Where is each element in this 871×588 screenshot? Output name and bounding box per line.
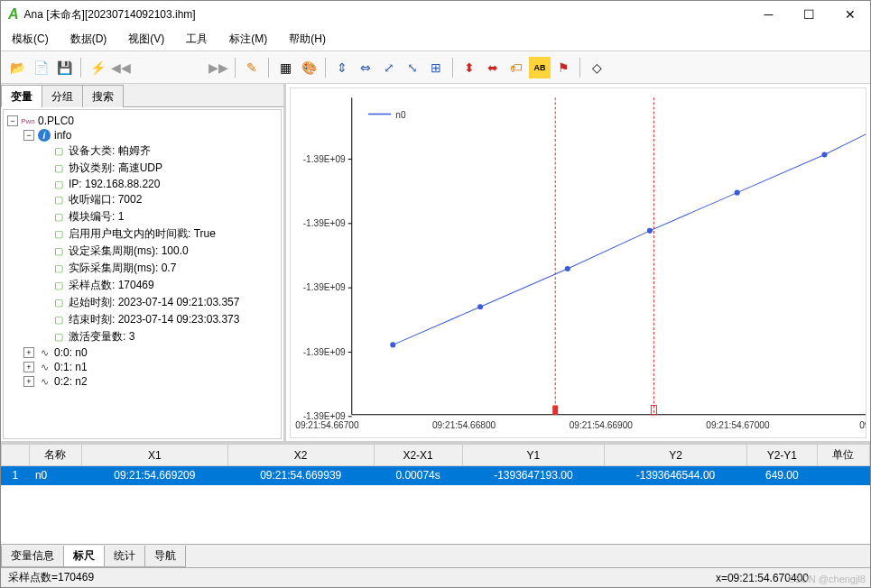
y-tick-label: -1.39E+09 [303,346,346,356]
tree-info-item[interactable]: ▢设定采集周期(ms): 100.0 [7,243,277,260]
maximize-button[interactable]: ☐ [789,1,829,28]
variable-tree[interactable]: − Pwn 0.PLC0 − i info ▢设备大类: 帕姆齐▢协议类别: 高… [3,109,282,439]
tree-info-item[interactable]: ▢采样点数: 170469 [7,277,277,294]
tree-info-item[interactable]: ▢收听端口: 7002 [7,191,277,208]
doc-icon: ▢ [52,314,65,326]
legend-label: n0 [395,110,406,120]
doc-icon: ▢ [52,228,65,241]
menu-tools[interactable]: 工具 [182,30,211,49]
tree-item-label: 设定采集周期(ms): 100.0 [69,243,189,259]
tree-item-label: 模块编号: 1 [69,209,124,225]
menu-template[interactable]: 模板(C) [8,30,52,49]
tree-toggle[interactable]: + [23,347,34,358]
menu-data[interactable]: 数据(D) [67,30,111,49]
tree-toggle[interactable]: + [23,362,34,372]
zoom-region-button[interactable]: ⊞ [425,57,447,78]
eraser-button[interactable]: ◇ [586,57,607,78]
zoom-out-button[interactable]: ⤡ [402,57,423,78]
fit-vertical-button[interactable]: ⇕ [331,57,353,78]
tab-groups[interactable]: 分组 [42,85,83,107]
tree-signal-item[interactable]: +∿0:0: n0 [7,345,277,360]
tree-info-item[interactable]: ▢模块编号: 1 [7,208,277,225]
table-header[interactable] [2,445,30,466]
tree-item-label: 设备大类: 帕姆齐 [69,143,151,159]
tab-variables[interactable]: 变量 [1,85,42,107]
table-row[interactable]: 1n009:21:54.66920909:21:54.6699390.00074… [2,466,870,485]
cursor2-button[interactable]: ⬌ [482,57,504,78]
table-header[interactable]: Y2-Y1 [746,445,817,466]
table-header[interactable]: X2 [227,445,374,466]
grid-button[interactable]: ▦ [274,57,296,78]
table-header[interactable]: X2-X1 [374,445,462,466]
menu-view[interactable]: 视图(V) [125,30,168,49]
tree-item-label: 收听端口: 7002 [69,192,142,207]
data-point [477,304,483,309]
tree-info-item[interactable]: ▢实际采集周期(ms): 0.7 [7,260,277,277]
tree-root-label: 0.PLC0 [38,115,74,127]
tree-item-label: 激活变量数: 3 [69,329,134,345]
tree-info-label: info [54,129,71,142]
tree-signal-item[interactable]: +∿0:2: n2 [7,374,277,389]
tree-info-item[interactable]: ▢启用用户电文内的时间戳: True [7,225,277,243]
pencil-button[interactable]: ✎ [241,57,263,78]
left-tab-bar: 变量 分组 搜索 [1,84,283,107]
tree-info-item[interactable]: ▢结束时刻: 2023-07-14 09:23:03.373 [7,311,277,328]
tree-info-item[interactable]: ▢起始时刻: 2023-07-14 09:21:03.357 [7,294,277,311]
doc-icon: ▢ [52,262,65,275]
data-point [565,266,570,271]
data-table[interactable]: 名称X1X2X2-X1Y1Y2Y2-Y1单位 1n009:21:54.66920… [1,444,870,544]
y-tick-label: -1.39E+09 [303,218,346,228]
menu-help[interactable]: 帮助(H) [285,30,329,49]
table-header[interactable]: Y1 [462,445,605,466]
tab-ruler[interactable]: 标尺 [63,546,105,567]
tag-button[interactable]: 🏷 [505,57,527,78]
refresh-button[interactable]: ⚡ [87,57,108,78]
save-button[interactable]: 💾 [53,57,75,78]
tab-var-info[interactable]: 变量信息 [1,546,64,567]
tree-info-item[interactable]: ▢IP: 192.168.88.220 [7,177,277,191]
table-header[interactable]: 名称 [29,445,81,466]
table-cell: 09:21:54.669939 [227,466,374,485]
table-header[interactable]: Y2 [605,445,747,466]
chart[interactable]: n0 -1.39E+09-1.39E+09-1.39E+09-1.39E+09-… [290,87,866,438]
minimize-button[interactable]: ─ [748,1,789,28]
tree-item-label: 0:1: n1 [54,361,88,373]
table-cell: -1393646544.00 [605,466,747,485]
palette-button[interactable]: 🎨 [298,57,320,78]
tree-signal-item[interactable]: +∿0:1: n1 [7,360,277,374]
tab-stats[interactable]: 统计 [104,546,145,567]
open-button[interactable]: 📂 [6,57,28,78]
tree-info-item[interactable]: ▢激活变量数: 3 [7,328,277,345]
signal-icon: ∿ [38,375,51,388]
flag-button[interactable]: ⚑ [552,57,574,78]
doc-icon: ▢ [52,162,65,175]
cursor1-button[interactable]: ⬍ [459,57,480,78]
chart-pane: n0 -1.39E+09-1.39E+09-1.39E+09-1.39E+09-… [286,84,870,441]
close-button[interactable]: ✕ [829,1,870,28]
table-header[interactable]: X1 [81,445,227,466]
data-point [647,228,653,234]
tab-nav[interactable]: 导航 [144,546,186,567]
left-pane: 变量 分组 搜索 − Pwn 0.PLC0 − i info ▢设备大类: 帕姆… [1,84,286,441]
menubar: 模板(C) 数据(D) 视图(V) 工具 标注(M) 帮助(H) [1,28,870,51]
label-ab-button[interactable]: AB [529,57,551,78]
tree-toggle[interactable]: − [23,130,34,141]
tree-toggle[interactable]: − [7,115,18,126]
menu-annotate[interactable]: 标注(M) [226,30,271,49]
zoom-in-button[interactable]: ⤢ [378,57,400,78]
bottom-pane: 名称X1X2X2-X1Y1Y2Y2-Y1单位 1n009:21:54.66920… [1,441,870,567]
table-cell [817,466,869,485]
tree-info-item[interactable]: ▢设备大类: 帕姆齐 [7,142,277,160]
tree-info-item[interactable]: ▢协议类别: 高速UDP [7,160,277,177]
fit-horizontal-button[interactable]: ⇔ [355,57,376,78]
y-tick-label: -1.39E+09 [303,282,346,292]
doc-icon: ▢ [52,194,65,207]
tab-search[interactable]: 搜索 [82,85,124,107]
add-button[interactable]: 📄 [30,57,51,78]
rewind-button[interactable]: ◀◀ [110,57,132,78]
tree-toggle[interactable]: + [23,376,34,387]
table-header[interactable]: 单位 [817,445,869,466]
doc-icon: ▢ [52,145,65,158]
forward-button[interactable]: ▶▶ [208,57,229,78]
doc-icon: ▢ [52,211,65,224]
